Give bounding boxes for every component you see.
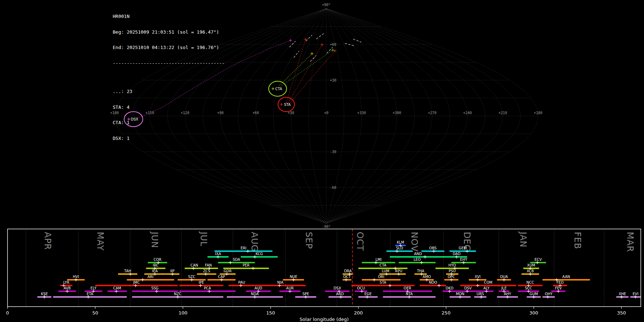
svg-text:COR: COR <box>153 258 161 262</box>
svg-text:ORI: ORI <box>378 275 384 279</box>
svg-text:MON: MON <box>456 292 464 296</box>
meteor-observation-screen: HR001N Beg: 20251009 21:03:51 (sol = 196… <box>0 0 644 322</box>
svg-text:QUA: QUA <box>500 275 508 279</box>
svg-text:LMI: LMI <box>375 258 381 262</box>
svg-text:+300: +300 <box>392 111 401 115</box>
svg-text:ECV: ECV <box>535 258 542 262</box>
svg-text:CAP: CAP <box>218 275 225 279</box>
svg-text:PAU: PAU <box>238 280 245 284</box>
svg-text:250: 250 <box>441 310 450 316</box>
svg-text:LEO: LEO <box>414 258 421 262</box>
shower-bar-IPE: IPE <box>180 280 224 287</box>
svg-text:MAR: MAR <box>625 232 635 252</box>
svg-text:NZC: NZC <box>174 292 181 296</box>
shower-bar-ZCS: ZCS <box>197 269 216 276</box>
svg-text:DSX: DSX <box>333 286 341 290</box>
shower-bar-IIP: IIP <box>165 269 179 276</box>
svg-text:350: 350 <box>617 310 626 316</box>
svg-text:COM: COM <box>484 280 492 284</box>
svg-text:THA: THA <box>416 269 424 273</box>
svg-text:NIA: NIA <box>277 280 283 284</box>
shower-bar-ERI: ERI <box>215 246 273 253</box>
shower-bar-QUA: QUA <box>497 275 511 282</box>
svg-text:KLM: KLM <box>397 240 404 244</box>
shower-bar-FEV: FEV <box>551 286 565 293</box>
radiant-ellipse-STA: STA <box>278 97 294 112</box>
svg-text:DSV: DSV <box>464 286 472 290</box>
svg-text:ERI: ERI <box>240 246 246 250</box>
svg-text:CTA: CTA <box>275 87 282 91</box>
shower-bar-AUR: AUR <box>279 286 301 293</box>
shower-bar-KSE: KSE <box>37 292 51 299</box>
shower-bar-DKD: DKD <box>443 286 457 293</box>
svg-text:FAN: FAN <box>205 263 212 267</box>
svg-text:+180: +180 <box>534 111 542 115</box>
svg-text:-60: -60 <box>330 186 336 190</box>
svg-text:SCC: SCC <box>525 286 532 290</box>
svg-text:IXA: IXA <box>215 252 221 256</box>
shower-bar-AVB: AVB <box>58 286 76 293</box>
svg-text:ELY: ELY <box>91 286 97 290</box>
svg-text:GEM: GEM <box>459 246 467 250</box>
svg-text:OCU: OCU <box>357 286 365 290</box>
svg-text:PER: PER <box>243 263 249 267</box>
count-cta: CTA: 1 <box>113 120 225 126</box>
meteor-plots-canvas: +180+150+120+90+60+30+0+330+300+270+240+… <box>0 0 644 322</box>
count-sporadic: ...: 23 <box>113 89 225 94</box>
svg-text:OER: OER <box>404 286 411 290</box>
svg-text:ARD: ARD <box>336 292 344 296</box>
svg-text:HYD: HYD <box>448 263 456 267</box>
svg-text:SDA: SDA <box>233 258 240 262</box>
svg-text:NTA: NTA <box>406 292 413 296</box>
svg-text:SSG: SSG <box>151 286 158 290</box>
svg-text:STA: STA <box>284 103 291 107</box>
shower-bar-DPC: DPC <box>444 275 458 282</box>
shower-bar-NDA: NDA <box>227 292 283 299</box>
svg-text:SPE: SPE <box>302 292 309 296</box>
svg-text:AUG: AUG <box>249 232 259 252</box>
shower-bar-LMI: LMI <box>362 258 395 264</box>
divider: ---------------------------------------- <box>113 61 225 66</box>
svg-text:JUL: JUL <box>199 231 209 247</box>
svg-text:ZCS: ZCS <box>203 269 210 273</box>
end-time: End: 20251010 04:13:22 (sol = 196.76°) <box>113 45 225 50</box>
svg-text:+240: +240 <box>463 111 472 115</box>
shower-bar-LEO: LEO <box>399 258 435 264</box>
svg-text:SEP: SEP <box>304 232 314 249</box>
svg-text:KSE: KSE <box>41 292 48 296</box>
shower-bar-SSG: SSG <box>132 286 178 293</box>
shower-bar-JMC: JMC <box>95 280 177 287</box>
svg-text:APR: APR <box>43 232 53 250</box>
svg-text:EGE: EGE <box>364 292 371 296</box>
svg-text:50: 50 <box>92 310 98 316</box>
svg-text:KCG: KCG <box>255 252 263 256</box>
svg-text:XUM: XUM <box>527 263 535 267</box>
shower-bar-OHY: OHY <box>542 292 555 299</box>
shower-bar-XHE: XHE <box>616 292 628 299</box>
svg-text:PSU: PSU <box>449 269 456 273</box>
station-id: HR001N <box>113 14 225 19</box>
svg-text:XVI: XVI <box>475 275 481 279</box>
shower-bar-KCG: KCG <box>241 252 278 259</box>
shower-bar-ETA: ETA <box>53 292 127 299</box>
svg-text:+60: +60 <box>253 111 259 115</box>
svg-text:300: 300 <box>530 310 538 316</box>
svg-text:AMO: AMO <box>423 275 431 279</box>
svg-text:-90°: -90° <box>322 225 331 229</box>
svg-text:RPU: RPU <box>395 269 402 273</box>
svg-text:200: 200 <box>354 310 363 316</box>
svg-text:+60: +60 <box>330 43 336 47</box>
shower-bar-NIA: NIA <box>255 280 306 287</box>
svg-text:+90°: +90° <box>322 3 331 7</box>
svg-text:OCT: OCT <box>343 275 351 279</box>
svg-text:GDR: GDR <box>224 269 231 273</box>
svg-text:IRC: IRC <box>153 263 158 267</box>
svg-text:ARI: ARI <box>147 275 153 279</box>
shower-bar-ARD: ARD <box>328 292 351 299</box>
shower-bar-AHY: AHY <box>497 292 518 299</box>
svg-text:0: 0 <box>6 310 9 316</box>
shower-bar-TAH: TAH <box>118 269 137 276</box>
shower-bar-XCB: XCB <box>522 269 539 276</box>
svg-text:+30: +30 <box>330 78 336 82</box>
count-dsx: DSX: 1 <box>113 136 225 141</box>
